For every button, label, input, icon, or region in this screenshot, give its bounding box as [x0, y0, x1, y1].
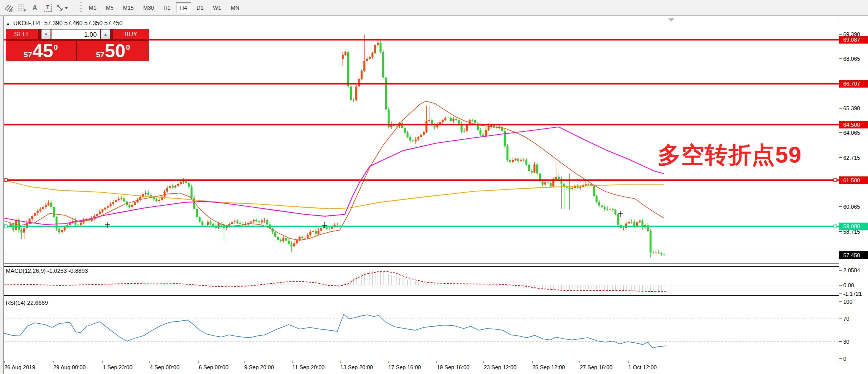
collapse-arrow-icon[interactable]: ▲: [6, 22, 10, 26]
price-tick-label: 68.065: [843, 56, 860, 62]
text-label-tool-icon[interactable]: T: [42, 2, 54, 14]
buy-price-big: 50: [105, 42, 125, 61]
timeframe-m1[interactable]: M1: [85, 2, 100, 14]
date-tick-label: 27 Sep 16:00: [580, 364, 612, 370]
macd-tick-label: -1.1721: [843, 291, 862, 297]
svg-text:57.450: 57.450: [843, 252, 860, 258]
svg-text:59.000: 59.000: [843, 224, 860, 230]
volume-decrease-button[interactable]: ▼: [41, 30, 51, 40]
svg-text:69.087: 69.087: [843, 37, 860, 43]
macd-tick-label: 2.0584: [843, 268, 860, 274]
line-handle[interactable]: [4, 225, 7, 228]
date-tick-label: 19 Sep 16:00: [437, 364, 469, 370]
sell-price-display[interactable]: 57450: [6, 41, 76, 62]
mt4-window: E F A T M1M5M15M30H1H4D1W1MN 69.39068.06…: [0, 0, 868, 374]
window-left-edge: [0, 16, 4, 374]
price-tick-label: 64.065: [843, 130, 860, 136]
rsi-indicator-label: RSI(14) 22.6669: [6, 300, 48, 306]
price-tick-label: 60.065: [843, 204, 860, 210]
timeframe-m5[interactable]: M5: [102, 2, 117, 14]
arrows-tool-icon[interactable]: [55, 2, 69, 14]
rsi-tick-label: 30: [843, 339, 849, 345]
timeframe-mn[interactable]: MN: [227, 2, 243, 14]
chart-window[interactable]: 69.39068.06565.39064.06562.71560.06558.7…: [0, 16, 868, 374]
chinese-annotation-text: 多空转折点59: [658, 140, 802, 171]
one-click-trade-panel: SELL ▼ ▲ BUY 57450 57500: [6, 30, 149, 62]
volume-increase-button[interactable]: ▲: [101, 30, 110, 40]
date-tick-label: 25 Sep 12:00: [532, 364, 565, 370]
date-tick-label: 26 Aug 2019: [4, 364, 35, 370]
timeframe-h1[interactable]: H1: [159, 2, 174, 14]
date-tick-label: 9 Sep 20:00: [244, 364, 274, 370]
date-tick-label: 11 Sep 20:00: [292, 364, 325, 370]
buy-price-sup: 0: [126, 43, 130, 52]
timeframe-d1[interactable]: D1: [193, 2, 208, 14]
date-tick-label: 23 Sep 12:00: [484, 364, 516, 370]
sell-price-sup: 0: [54, 43, 58, 52]
sell-button[interactable]: SELL: [6, 30, 38, 40]
rsi-tick-label: 0: [843, 356, 846, 362]
rsi-tick-label: 70: [843, 316, 849, 322]
volume-input[interactable]: [51, 30, 100, 40]
svg-text:64.500: 64.500: [843, 122, 860, 128]
fibonacci-tool-icon[interactable]: F: [16, 2, 28, 14]
chart-title: ▲UKOil-,H457.390 57.460 57.350 57.450: [6, 20, 123, 27]
sell-price-small: 57: [24, 50, 32, 59]
buy-button[interactable]: BUY: [113, 30, 149, 40]
buy-price-display[interactable]: 57500: [77, 41, 149, 62]
svg-text:61.500: 61.500: [843, 178, 860, 184]
timeframe-w1[interactable]: W1: [209, 2, 226, 14]
ohlc-values: 57.390 57.460 57.350 57.450: [44, 20, 123, 27]
line-handle[interactable]: [4, 179, 7, 182]
date-tick-label: 17 Sep 16:00: [388, 364, 421, 370]
line-handle[interactable]: [834, 225, 837, 228]
price-tick-label: 65.390: [843, 106, 860, 112]
toolbar-grip[interactable]: [80, 2, 82, 14]
date-tick-label: 1 Oct 12:00: [628, 364, 657, 370]
toolbar-separator: [74, 2, 77, 14]
macd-tick-label: 0.00: [843, 282, 854, 288]
timeframe-m15[interactable]: M15: [119, 2, 138, 14]
date-tick-label: 1 Sep 23:00: [103, 364, 132, 370]
time-axis[interactable]: 26 Aug 201929 Aug 00:001 Sep 23:004 Sep …: [4, 362, 657, 370]
date-tick-label: 4 Sep 00:00: [150, 364, 179, 370]
date-tick-label: 29 Aug 00:00: [53, 364, 86, 370]
rsi-tick-label: 100: [843, 299, 852, 305]
line-handle[interactable]: [834, 179, 837, 182]
equidistant-channel-tool-icon[interactable]: E: [3, 2, 15, 14]
timeframe-bar: M1M5M15M30H1H4D1W1MN: [85, 2, 245, 14]
timeframe-m30[interactable]: M30: [139, 2, 158, 14]
svg-text:F: F: [24, 9, 26, 12]
symbol-name: UKOil-,H4: [13, 20, 40, 27]
sell-price-big: 45: [33, 42, 53, 61]
price-tick-label: 62.715: [843, 155, 860, 161]
date-tick-label: 13 Sep 20:00: [340, 364, 373, 370]
svg-text:66.707: 66.707: [843, 81, 860, 87]
svg-text:E: E: [10, 9, 13, 12]
macd-indicator-label: MACD(12,26,9) -1.0253 -0.8893: [6, 268, 88, 274]
buy-price-small: 57: [96, 50, 104, 59]
toolbar: E F A T M1M5M15M30H1H4D1W1MN: [0, 0, 868, 16]
timeframe-h4[interactable]: H4: [176, 2, 191, 14]
text-tool-icon[interactable]: A: [29, 2, 41, 14]
date-tick-label: 6 Sep 00:00: [199, 364, 228, 370]
